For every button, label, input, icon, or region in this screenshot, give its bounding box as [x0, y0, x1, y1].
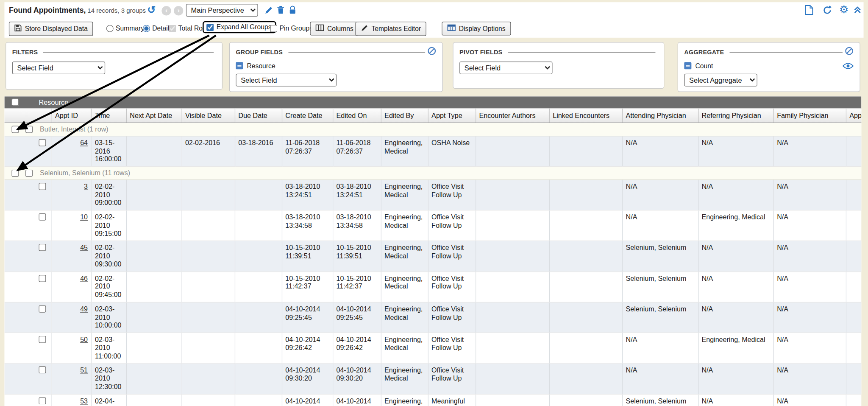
cell-attending-physician: Selenium, Selenium [622, 241, 698, 272]
row-select-checkbox[interactable] [39, 183, 46, 190]
column-header-linked-encounters[interactable]: Linked Encounters [549, 108, 622, 123]
cell-create-date: 10-15-2010 11:42:37 [282, 272, 333, 302]
refresh-icon[interactable] [823, 6, 832, 17]
store-displayed-data-button[interactable]: Store Displayed Data [9, 22, 93, 36]
expand-all-groups-checkbox[interactable]: Expand All Groups [203, 21, 276, 34]
cell-appt-id: 10 [51, 210, 91, 241]
results-table: Resource Appt IDTimeNext Apt DateVisible… [4, 96, 861, 406]
group-select-checkbox[interactable] [25, 126, 33, 133]
settings-gear-icon[interactable]: ⚙ [839, 4, 849, 15]
pin-groups-checkbox-input[interactable] [270, 25, 277, 32]
cell-attending-physician: N/A [622, 210, 698, 241]
cell-referring-physician: N/A [698, 302, 773, 333]
delete-perspective-icon[interactable] [277, 6, 284, 17]
row-select-checkbox[interactable] [39, 336, 46, 343]
appt-id-link[interactable]: 53 [80, 397, 88, 405]
total-row-checkbox[interactable]: Total Row [169, 24, 207, 32]
appt-id-link[interactable]: 49 [80, 305, 88, 313]
filters-field-select[interactable]: Select Field [12, 62, 105, 74]
column-header-visible-date[interactable]: Visible Date [181, 108, 234, 123]
column-header-edited-by[interactable]: Edited By [381, 108, 428, 123]
aggregate-title: AGGREGATE [684, 49, 724, 56]
row-select-checkbox[interactable] [39, 397, 46, 404]
cell-family-physician: N/A [773, 363, 846, 394]
templates-editor-button[interactable]: Templates Editor [356, 22, 427, 36]
clear-group-fields-icon[interactable] [427, 47, 436, 58]
column-header-family-physician[interactable]: Family Physician [773, 108, 846, 123]
expand-all-groups-checkbox-input[interactable] [206, 24, 214, 31]
appt-id-link[interactable]: 45 [80, 244, 88, 252]
column-header-edited-on[interactable]: Edited On [333, 108, 381, 123]
column-header-attending-physician[interactable]: Attending Physician [622, 108, 698, 123]
appt-id-link[interactable]: 3 [84, 183, 88, 190]
appointment-row: 5102-03-2010 12:30:0004-10-2014 09:30:20… [4, 363, 861, 394]
select-all-checkbox[interactable] [11, 98, 19, 106]
cell-linked-encounters [549, 241, 622, 272]
group-select-checkbox[interactable] [25, 170, 33, 177]
cell-edited-on: 03-18-2010 13:24:51 [333, 180, 381, 210]
cell-referring-physician: Engineering, Medical [698, 210, 773, 241]
cell-appt-re [846, 210, 862, 241]
column-header-referring-physician[interactable]: Referring Physician [698, 108, 773, 123]
cell-encounter-authors [476, 333, 549, 363]
collapse-panel-icon[interactable] [854, 6, 861, 16]
eye-icon[interactable] [843, 62, 854, 69]
cell-next-apt-date [126, 394, 182, 406]
column-header-appt-re[interactable]: Appt Re [846, 108, 862, 123]
column-header-appt-type[interactable]: Appt Type [428, 108, 476, 123]
back-icon[interactable]: ‹ [161, 6, 171, 15]
cell-appt-type: Office Visit Follow Up [428, 363, 476, 394]
group-expand-checkbox[interactable] [11, 170, 19, 177]
undo-icon[interactable]: ↺ [147, 5, 156, 15]
appt-id-link[interactable]: 46 [80, 274, 88, 282]
cell-edited-by: Engineering, Medical [381, 363, 428, 394]
remove-field-icon[interactable] [236, 62, 243, 69]
detail-radio-input[interactable] [143, 25, 150, 32]
cell-appt-re [846, 180, 862, 210]
cell-edited-on: 04-10-2014 09:25:45 [333, 302, 381, 333]
cell-referring-physician: N/A [698, 394, 773, 406]
columns-button[interactable]: Columns [310, 22, 359, 36]
display-options-button[interactable]: Display Options [442, 22, 511, 36]
row-select-checkbox[interactable] [39, 213, 46, 221]
summary-radio[interactable]: Summary [106, 24, 144, 32]
summary-radio-input[interactable] [106, 25, 114, 32]
cell-encounter-authors [476, 394, 549, 406]
column-header-appt-id[interactable]: Appt ID [51, 108, 91, 123]
columns-icon [315, 24, 324, 33]
forward-icon[interactable]: › [174, 6, 183, 15]
row-select-checkbox[interactable] [39, 244, 46, 251]
column-header-next-apt-date[interactable]: Next Apt Date [126, 108, 182, 123]
pin-groups-checkbox[interactable]: Pin Groups [270, 24, 313, 32]
cell-edited-by: Engineering, Medical [381, 180, 428, 210]
appt-id-link[interactable]: 10 [80, 213, 88, 221]
row-select-checkbox[interactable] [39, 305, 46, 312]
export-document-icon[interactable] [805, 5, 813, 17]
aggregate-select[interactable]: Select Aggregate [684, 74, 757, 87]
clear-aggregate-icon[interactable] [845, 47, 854, 58]
appt-id-link[interactable]: 64 [80, 139, 88, 147]
report-builder-app: Found Appointments, 14 records, 3 groups… [0, 0, 868, 406]
cell-edited-by: Engineering, Medical [381, 394, 428, 406]
edit-perspective-icon[interactable] [264, 6, 273, 17]
pivot-field-select[interactable]: Select Field [459, 62, 552, 74]
column-header-create-date[interactable]: Create Date [282, 108, 333, 123]
remove-aggregate-icon[interactable] [684, 62, 691, 69]
total-row-checkbox-input [169, 25, 176, 32]
column-header-encounter-authors[interactable]: Encounter Authors [476, 108, 549, 123]
lock-icon[interactable] [289, 6, 296, 17]
detail-radio[interactable]: Detail [143, 24, 169, 32]
row-select-checkbox[interactable] [39, 274, 46, 282]
top-toolbar: Found Appointments, 14 records, 3 groups… [4, 2, 863, 38]
appt-id-link[interactable]: 50 [80, 336, 88, 344]
cell-visible-date [181, 272, 234, 302]
column-header-time[interactable]: Time [92, 108, 126, 123]
perspective-select[interactable]: Main Perspective [186, 4, 258, 17]
row-select-checkbox[interactable] [39, 367, 46, 374]
group-field-select[interactable]: Select Field [236, 74, 337, 87]
cell-create-date: 03-18-2010 13:34:58 [282, 210, 333, 241]
column-header-due-date[interactable]: Due Date [235, 108, 282, 123]
row-select-checkbox[interactable] [39, 139, 46, 146]
appt-id-link[interactable]: 51 [80, 367, 88, 374]
group-expand-checkbox[interactable] [11, 126, 19, 133]
